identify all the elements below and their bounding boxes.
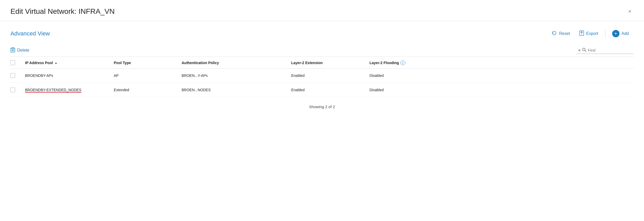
- row2-authentication-policy: BROEN...NODES: [182, 88, 291, 92]
- delete-button[interactable]: Delete: [10, 47, 29, 53]
- close-button[interactable]: ×: [626, 8, 634, 15]
- row1-authentication-policy: BROEN...Y-APs: [182, 73, 291, 78]
- col-header-ip-address-pool: IP Address Pool ▲: [25, 60, 114, 65]
- row1-layer2-flooding: Disabled: [369, 73, 448, 78]
- export-icon: [579, 30, 584, 37]
- col-header-layer2-extension: Layer-2 Extension: [291, 60, 369, 65]
- col-label-authentication-policy: Authentication Policy: [182, 61, 219, 65]
- add-icon: +: [612, 30, 619, 37]
- filter-icon: ≡: [578, 48, 581, 52]
- reset-icon: [552, 30, 557, 37]
- table-row: BROENDBY-APs AP BROEN...Y-APs Enabled Di…: [10, 69, 634, 83]
- content-area: Delete ≡ IP Address Pool ▲ Po: [0, 43, 644, 114]
- export-button[interactable]: Export: [575, 29, 603, 38]
- toolbar-actions: Reset Export + Add: [547, 28, 634, 39]
- add-button[interactable]: + Add: [607, 28, 634, 39]
- showing-footer: Showing 2 of 2: [10, 97, 634, 114]
- advanced-view-toggle[interactable]: Advanced View: [10, 30, 50, 37]
- sort-icon[interactable]: ▲: [55, 61, 58, 65]
- action-row: Delete ≡: [10, 43, 634, 57]
- row2-checkbox[interactable]: [10, 88, 15, 92]
- col-label-layer2-flooding: Layer-2 Flooding: [369, 61, 399, 65]
- showing-text: Showing 2 of 2: [309, 105, 335, 109]
- table-header: IP Address Pool ▲ Pool Type Authenticati…: [10, 57, 634, 69]
- delete-label: Delete: [17, 48, 29, 53]
- find-container: ≡: [576, 47, 634, 54]
- row1-checkbox-cell: [10, 73, 25, 78]
- row1-layer2-extension: Enabled: [291, 73, 369, 78]
- delete-icon: [10, 47, 15, 53]
- col-label-pool-type: Pool Type: [114, 61, 131, 65]
- table-row: BROENDBY-EXTENDED_NODES Extended BROEN..…: [10, 83, 634, 97]
- select-all-checkbox[interactable]: [10, 60, 15, 65]
- reset-label: Reset: [559, 31, 570, 36]
- svg-line-8: [585, 51, 586, 52]
- row2-layer2-extension: Enabled: [291, 88, 369, 92]
- export-label: Export: [586, 31, 598, 36]
- row2-layer2-flooding: Disabled: [369, 88, 448, 92]
- col-label-ip-address-pool: IP Address Pool: [25, 61, 53, 65]
- reset-button[interactable]: Reset: [547, 29, 575, 39]
- find-input[interactable]: [588, 48, 630, 52]
- toolbar-row: Advanced View Reset Export +: [0, 21, 644, 43]
- table-area: IP Address Pool ▲ Pool Type Authenticati…: [10, 57, 634, 97]
- row1-ip-address-pool: BROENDBY-APs: [25, 73, 114, 78]
- row2-checkbox-cell: [10, 88, 25, 92]
- search-icon: [582, 48, 586, 53]
- row1-pool-type: AP: [114, 73, 182, 78]
- col-header-checkbox: [10, 60, 25, 65]
- col-header-authentication-policy: Authentication Policy: [182, 60, 291, 65]
- col-label-layer2-extension: Layer-2 Extension: [291, 61, 323, 65]
- row2-pool-type: Extended: [114, 88, 182, 92]
- row2-ip-address-pool: BROENDBY-EXTENDED_NODES: [25, 88, 114, 92]
- col-header-pool-type: Pool Type: [114, 60, 182, 65]
- modal-header: Edit Virtual Network: INFRA_VN ×: [0, 0, 644, 21]
- modal-title: Edit Virtual Network: INFRA_VN: [10, 7, 115, 16]
- toolbar-divider: [605, 29, 605, 38]
- layer2-flooding-info-icon[interactable]: i: [401, 60, 405, 65]
- col-header-layer2-flooding: Layer-2 Flooding i: [369, 60, 448, 65]
- add-label: Add: [622, 31, 629, 36]
- row1-checkbox[interactable]: [10, 73, 15, 78]
